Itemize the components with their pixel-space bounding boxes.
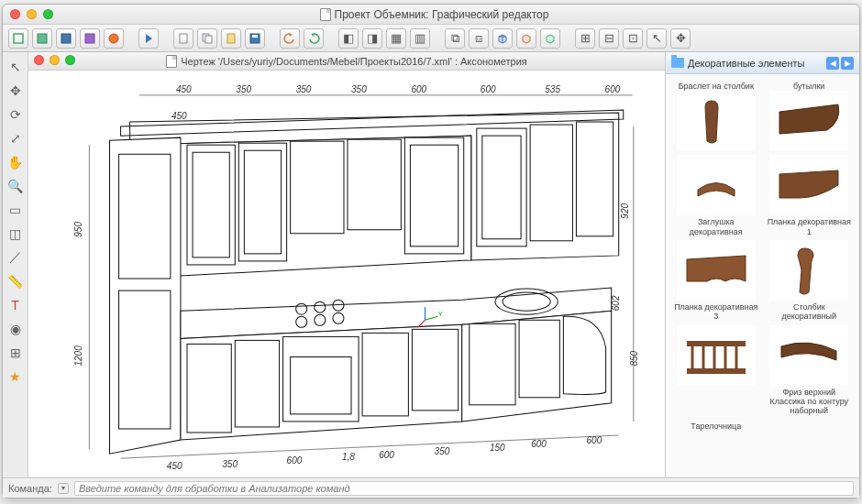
svg-rect-53 bbox=[283, 336, 359, 422]
svg-rect-66 bbox=[519, 320, 559, 397]
pan-tool[interactable]: ✋ bbox=[6, 153, 25, 171]
wire-tool[interactable]: ⊞ bbox=[6, 344, 25, 362]
rotate-tool[interactable]: ⟳ bbox=[6, 105, 25, 124]
svg-rect-10 bbox=[252, 35, 258, 38]
view-fit-button[interactable] bbox=[104, 28, 124, 49]
view-wireframe-button[interactable] bbox=[8, 28, 28, 49]
maximize-icon[interactable] bbox=[43, 9, 53, 19]
zoom-tool[interactable]: 🔍 bbox=[6, 177, 25, 195]
redo-button[interactable] bbox=[304, 28, 324, 49]
window-controls bbox=[10, 9, 53, 19]
line-tool[interactable]: ／ bbox=[6, 248, 25, 267]
lib-item-bracelet[interactable]: Браслет на столбик bbox=[671, 78, 761, 153]
command-input[interactable] bbox=[74, 481, 854, 496]
lib-item-frieze-label[interactable]: Фриз верхний Классика по контуру наборны… bbox=[765, 323, 855, 418]
rect-tool[interactable]: ▭ bbox=[6, 201, 25, 219]
svg-rect-0 bbox=[14, 34, 23, 43]
scale-tool[interactable]: ⤢ bbox=[6, 129, 25, 148]
lib-item-plank1[interactable]: Планка декоративная 1 bbox=[765, 153, 855, 238]
lib-thumb bbox=[769, 325, 848, 386]
move-button[interactable]: ✥ bbox=[670, 28, 691, 49]
view-solid-button[interactable] bbox=[56, 28, 76, 49]
canvas-titlebar: Чертеж '/Users/yuriy/Documents/Mebel/Про… bbox=[28, 52, 665, 71]
play-button[interactable] bbox=[138, 28, 159, 49]
kitchen-drawing: 450 350 350 350 600 600 535 600 450 950 bbox=[28, 71, 665, 477]
lib-label: бутылки bbox=[793, 82, 824, 91]
lib-item-bottles[interactable]: бутылки bbox=[765, 78, 855, 153]
lib-item-cap[interactable]: Заглушка декоративная bbox=[671, 153, 761, 238]
svg-rect-8 bbox=[227, 34, 235, 43]
main-window: Проект Объемник: Графический редактор ◧ … bbox=[2, 4, 860, 499]
library-header[interactable]: Декоративные элементы ◀ ▶ bbox=[666, 52, 859, 74]
dims-bottom: 450 350 600 1,8 600 350 150 600 600 bbox=[121, 435, 619, 471]
svg-rect-3 bbox=[85, 34, 94, 43]
cube1-button[interactable] bbox=[492, 28, 513, 49]
canvas-maximize-icon[interactable] bbox=[65, 55, 75, 65]
command-history-button[interactable]: ▾ bbox=[58, 483, 69, 494]
canvas-close-icon[interactable] bbox=[34, 55, 44, 65]
move-tool[interactable]: ✥ bbox=[6, 82, 25, 100]
measure-tool[interactable]: 📏 bbox=[6, 272, 25, 290]
cube2-button[interactable] bbox=[516, 28, 536, 49]
view-hidden-button[interactable] bbox=[32, 28, 52, 49]
new-doc-button[interactable] bbox=[173, 28, 193, 49]
lib-thumb bbox=[769, 91, 848, 151]
render-tool[interactable]: ◉ bbox=[6, 320, 25, 338]
lib-item-plank3[interactable]: Планка декоративная 3 bbox=[671, 238, 761, 323]
lib-thumb bbox=[677, 91, 756, 151]
tool-d-button[interactable]: ▥ bbox=[410, 28, 430, 49]
svg-text:600: 600 bbox=[481, 84, 496, 94]
main-toolbar: ◧ ◨ ▦ ▥ ⧉ ⧈ ⊞ ⊟ ⊡ ↖ ✥ bbox=[3, 25, 859, 52]
tool-a-button[interactable]: ◧ bbox=[338, 28, 359, 49]
tool-b-button[interactable]: ◨ bbox=[362, 28, 382, 49]
svg-text:600: 600 bbox=[287, 455, 303, 466]
lib-item-column[interactable]: Столбик декоративный bbox=[765, 238, 855, 323]
svg-text:450: 450 bbox=[167, 461, 182, 471]
dims-left: 950 1200 bbox=[73, 145, 89, 449]
lib-label: Планка декоративная 3 bbox=[673, 302, 759, 322]
close-icon[interactable] bbox=[10, 9, 20, 19]
tool-c-button[interactable]: ▦ bbox=[386, 28, 406, 49]
canvas-minimize-icon[interactable] bbox=[50, 55, 60, 65]
library-grid: Браслет на столбик бутылки Заглушка деко… bbox=[666, 74, 859, 477]
ungroup-button[interactable]: ⧈ bbox=[469, 28, 489, 49]
lib-thumb bbox=[677, 325, 756, 386]
canvas-panel: Чертеж '/Users/yuriy/Documents/Mebel/Про… bbox=[28, 52, 665, 477]
lib-item-plate-rack[interactable]: Тарелочница bbox=[671, 418, 761, 433]
lib-prev-button[interactable]: ◀ bbox=[826, 57, 839, 70]
svg-rect-38 bbox=[119, 290, 171, 429]
lib-thumb bbox=[677, 155, 756, 215]
lib-label: Браслет на столбик bbox=[679, 82, 754, 91]
view-textured-button[interactable] bbox=[80, 28, 100, 49]
svg-rect-39 bbox=[187, 145, 235, 265]
minimize-icon[interactable] bbox=[27, 9, 37, 19]
svg-text:600: 600 bbox=[531, 439, 547, 449]
layout2-button[interactable]: ⊟ bbox=[599, 28, 619, 49]
pointer-tool[interactable]: ↖ bbox=[6, 58, 25, 76]
svg-rect-65 bbox=[470, 323, 515, 405]
layout1-button[interactable]: ⊞ bbox=[575, 28, 595, 49]
svg-text:350: 350 bbox=[296, 84, 312, 94]
svg-text:920: 920 bbox=[620, 203, 630, 218]
library-panel: Декоративные элементы ◀ ▶ Браслет на сто… bbox=[665, 52, 859, 477]
lib-item-frieze[interactable] bbox=[671, 323, 761, 418]
kitchen-model: Y bbox=[110, 110, 624, 454]
titlebar: Проект Объемник: Графический редактор bbox=[3, 5, 859, 25]
undo-button[interactable] bbox=[280, 28, 300, 49]
copy-button[interactable] bbox=[197, 28, 217, 49]
paste-button[interactable] bbox=[221, 28, 241, 49]
svg-text:350: 350 bbox=[236, 84, 251, 94]
save-button[interactable] bbox=[245, 28, 265, 49]
group-button[interactable]: ⧉ bbox=[445, 28, 465, 49]
svg-text:950: 950 bbox=[73, 222, 83, 237]
text-tool[interactable]: T bbox=[6, 296, 25, 314]
cube3-button[interactable] bbox=[540, 28, 560, 49]
lib-next-button[interactable]: ▶ bbox=[841, 57, 854, 70]
select-button[interactable]: ↖ bbox=[646, 28, 667, 49]
drawing-canvas[interactable]: 450 350 350 350 600 600 535 600 450 950 bbox=[28, 71, 665, 477]
svg-text:350: 350 bbox=[222, 459, 238, 469]
svg-rect-62 bbox=[412, 329, 458, 411]
face-tool[interactable]: ◫ bbox=[6, 225, 25, 243]
layout3-button[interactable]: ⊡ bbox=[623, 28, 643, 49]
star-tool[interactable]: ★ bbox=[6, 367, 25, 386]
